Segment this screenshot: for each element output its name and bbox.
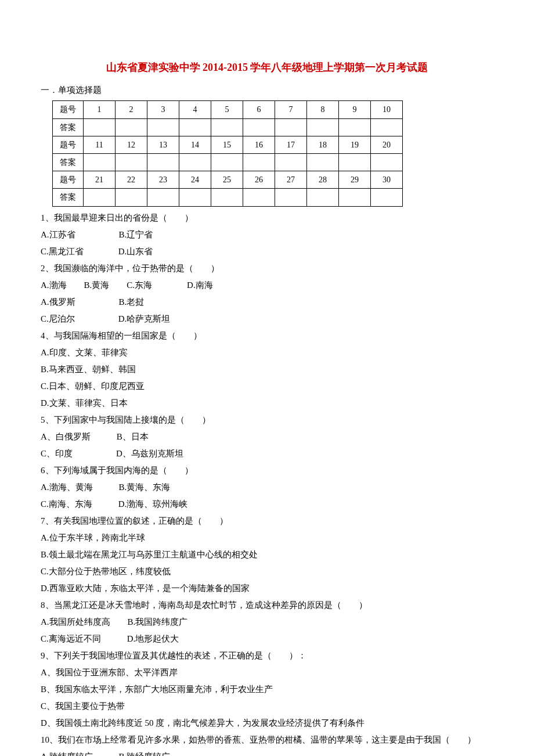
grid-blank [84,189,116,206]
question-option: B、我国东临太平洋，东部广大地区雨量充沛，利于农业生产 [41,682,493,697]
section-heading: 一．单项选择题 [41,82,493,98]
question-option: D.西靠亚欧大陆，东临太平洋，是一个海陆兼备的国家 [41,581,493,596]
grid-label-q: 题号 [53,136,84,153]
question-option: A.跨纬度较广 B.跨经度较广 [41,749,493,756]
grid-blank [275,118,307,136]
grid-blank [84,153,116,171]
grid-cell: 13 [147,136,179,153]
question-option: B.领土最北端在黑龙江与乌苏里江主航道中心线的相交处 [41,547,493,563]
question-stem: 8、当黑龙江还是冰天雪地时，海南岛却是农忙时节，造成这种差异的原因是（ ） [41,597,493,613]
grid-cell: 19 [339,136,371,153]
grid-label-q: 题号 [53,171,84,189]
grid-cell: 29 [339,171,371,189]
grid-cell: 28 [307,171,339,189]
question-stem: 6、下列海域属于我国内海的是（ ） [41,463,493,478]
grid-cell: 27 [275,171,307,189]
grid-blank [179,189,211,206]
grid-blank [275,153,307,171]
page-title: 山东省夏津实验中学 2014-2015 学年八年级地理上学期第一次月考试题 [41,58,493,77]
grid-cell: 6 [243,101,275,118]
grid-blank [84,118,116,136]
answer-grid: 题号 1 2 3 4 5 6 7 8 9 10 答案 题号 11 12 13 1… [52,100,403,206]
grid-blank [243,153,275,171]
grid-blank [116,189,147,206]
grid-cell: 12 [116,136,147,153]
grid-cell: 17 [275,136,307,153]
grid-cell: 8 [307,101,339,118]
question-option: A、我国位于亚洲东部、太平洋西岸 [41,665,493,681]
grid-blank [243,118,275,136]
question-option: A.江苏省 B.辽宁省 [41,227,493,243]
grid-blank [371,189,403,206]
question-stem: 7、有关我国地理位置的叙述，正确的是（ ） [41,513,493,529]
question-option: C.南海、东海 D.渤海、琼州海峡 [41,496,493,512]
question-option: A.俄罗斯 B.老挝 [41,294,493,310]
question-option: C、印度 D、乌兹别克斯坦 [41,446,493,462]
question-option: A.我国所处纬度高 B.我国跨纬度广 [41,614,493,630]
grid-cell: 24 [179,171,211,189]
grid-blank [371,118,403,136]
grid-cell: 22 [116,171,147,189]
grid-cell: 3 [147,101,179,118]
grid-cell: 5 [211,101,243,118]
grid-cell: 20 [371,136,403,153]
grid-cell: 23 [147,171,179,189]
grid-cell: 30 [371,171,403,189]
question-option: A.渤海 B.黄海 C.东海 D.南海 [41,278,493,293]
grid-blank [307,118,339,136]
question-stem: 5、下列国家中与我国陆上接壤的是（ ） [41,412,493,428]
grid-blank [275,189,307,206]
grid-blank [179,118,211,136]
question-option: C.黑龙江省 D.山东省 [41,244,493,260]
grid-blank [116,153,147,171]
question-stem: 4、与我国隔海相望的一组国家是（ ） [41,328,493,344]
grid-cell: 2 [116,101,147,118]
grid-blank [116,118,147,136]
grid-label-a: 答案 [53,189,84,206]
grid-blank [147,189,179,206]
question-option: A.位于东半球，跨南北半球 [41,530,493,546]
grid-blank [371,153,403,171]
question-option: B.马来西亚、朝鲜、韩国 [41,362,493,377]
grid-cell: 10 [371,101,403,118]
grid-cell: 11 [84,136,116,153]
grid-cell: 26 [243,171,275,189]
question-option: A.渤海、黄海 B.黄海、东海 [41,480,493,495]
grid-blank [339,153,371,171]
question-option: D、我国领土南北跨纬度近 50 度，南北气候差异大，为发展农业经济提供了有利条件 [41,715,493,731]
question-option: A、白俄罗斯 B、日本 [41,429,493,445]
question-option: D.文莱、菲律宾、日本 [41,395,493,411]
grid-blank [211,153,243,171]
grid-blank [211,189,243,206]
grid-cell: 21 [84,171,116,189]
grid-blank [147,118,179,136]
grid-blank [339,189,371,206]
question-stem: 1、我国最早迎来日出的省份是（ ） [41,210,493,226]
grid-cell: 16 [243,136,275,153]
grid-cell: 9 [339,101,371,118]
question-option: C.大部分位于热带地区，纬度较低 [41,564,493,579]
question-option: C、我国主要位于热带 [41,699,493,714]
grid-cell: 18 [307,136,339,153]
grid-blank [179,153,211,171]
question-option: C.离海远近不同 D.地形起伏大 [41,631,493,647]
grid-blank [147,153,179,171]
questions-container: 1、我国最早迎来日出的省份是（ ）A.江苏省 B.辽宁省C.黑龙江省 D.山东省… [41,210,493,756]
grid-blank [211,118,243,136]
question-option: C.日本、朝鲜、印度尼西亚 [41,379,493,394]
grid-label-q: 题号 [53,101,84,118]
grid-cell: 15 [211,136,243,153]
grid-blank [339,118,371,136]
question-stem: 10、我们在市场上经常看见许多水果，如热带的香蕉、亚热带的柑橘、温带的苹果等，这… [41,732,493,748]
grid-cell: 14 [179,136,211,153]
question-option: C.尼泊尔 D.哈萨克斯坦 [41,311,493,327]
grid-cell: 4 [179,101,211,118]
grid-label-a: 答案 [53,118,84,136]
grid-cell: 1 [84,101,116,118]
grid-label-a: 答案 [53,153,84,171]
grid-cell: 25 [211,171,243,189]
question-option: A.印度、文莱、菲律宾 [41,345,493,361]
grid-blank [307,153,339,171]
question-stem: 2、我国濒临的海洋中，位于热带的是（ ） [41,261,493,276]
grid-blank [307,189,339,206]
